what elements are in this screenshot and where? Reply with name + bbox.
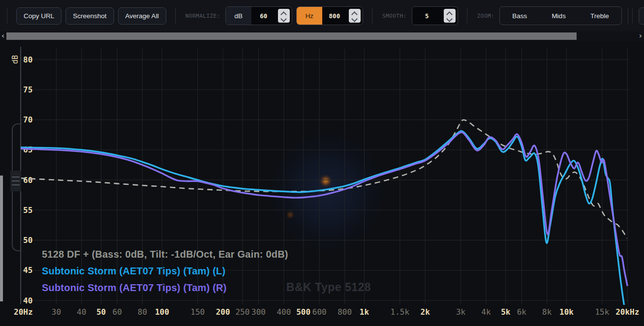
svg-text:1.5k: 1.5k — [391, 307, 410, 317]
svg-text:55: 55 — [23, 206, 32, 215]
chevron-down-icon — [446, 16, 453, 22]
toolbar-scrollbar[interactable]: ‹ › — [0, 31, 644, 41]
svg-text:6k: 6k — [517, 307, 527, 317]
smooth-label: SMOOTH: — [382, 13, 407, 19]
zoom-treble-button[interactable]: Treble — [578, 7, 621, 24]
svg-text:4k: 4k — [481, 307, 491, 317]
screenshot-button[interactable]: Screenshot — [65, 7, 114, 25]
toolbar-divider — [175, 8, 176, 24]
scroll-right-icon[interactable]: › — [639, 31, 642, 41]
normalize-db-input[interactable] — [251, 7, 276, 25]
toolbar-divider — [7, 8, 7, 24]
svg-text:10k: 10k — [559, 307, 574, 317]
smooth-group — [412, 6, 458, 25]
svg-text:70: 70 — [23, 115, 32, 124]
svg-text:50: 50 — [23, 236, 32, 245]
svg-text:150: 150 — [190, 307, 205, 317]
svg-text:20Hz: 20Hz — [14, 307, 33, 317]
svg-text:80: 80 — [138, 307, 147, 317]
svg-text:400: 400 — [276, 307, 291, 317]
graph-tool-app: Copy URL Screenshot Average All NORMALIZ… — [0, 0, 644, 326]
legend-item-left-channel[interactable]: Subtonic Storm (AET07 Tips) (Tam) (L) — [42, 266, 288, 277]
chevron-down-icon — [352, 16, 358, 22]
average-all-button[interactable]: Average All — [118, 7, 166, 25]
scrollbar-thumb[interactable] — [6, 32, 577, 40]
svg-text:1k: 1k — [360, 307, 369, 317]
left-scroll-strip[interactable] — [0, 176, 3, 301]
inspect-button[interactable]: Inspect — [639, 7, 644, 25]
svg-text:40: 40 — [23, 296, 32, 305]
legend-item-target[interactable]: 5128 DF + (Bass: 0dB, Tilt: -1dB/Oct, Ea… — [42, 249, 288, 260]
normalize-hz-group: Hz — [296, 6, 363, 25]
toolbar-divider — [632, 8, 633, 24]
toolbar: Copy URL Screenshot Average All NORMALIZ… — [0, 0, 644, 31]
smooth-spinner[interactable] — [444, 9, 456, 23]
svg-text:500: 500 — [296, 307, 310, 317]
zoom-button-group: Bass Mids Treble — [499, 6, 621, 25]
normalize-db-unit-button[interactable]: dB — [226, 7, 251, 25]
legend: 5128 DF + (Bass: 0dB, Tilt: -1dB/Oct, Ea… — [42, 249, 288, 294]
svg-text:50: 50 — [96, 307, 106, 317]
svg-text:45: 45 — [23, 266, 32, 275]
svg-text:80: 80 — [23, 55, 32, 64]
svg-text:65: 65 — [23, 145, 32, 154]
svg-text:800: 800 — [337, 307, 352, 317]
normalize-hz-spinner[interactable] — [349, 9, 361, 23]
svg-text:20kHz: 20kHz — [615, 307, 639, 317]
svg-text:2k: 2k — [421, 307, 430, 317]
normalize-hz-unit-button[interactable]: Hz — [297, 7, 322, 25]
svg-text:5k: 5k — [501, 307, 511, 317]
svg-text:75: 75 — [23, 85, 32, 94]
zoom-label: ZOOM: — [477, 13, 495, 19]
svg-text:600: 600 — [312, 307, 327, 317]
copy-url-button[interactable]: Copy URL — [16, 7, 61, 25]
toolbar-divider — [628, 8, 628, 24]
normalize-hz-input[interactable] — [322, 7, 347, 25]
svg-text:8k: 8k — [542, 307, 552, 317]
normalize-db-spinner[interactable] — [278, 9, 290, 23]
svg-text:40: 40 — [77, 307, 86, 317]
svg-text:30: 30 — [52, 307, 61, 317]
svg-text:250: 250 — [235, 307, 249, 317]
svg-text:3k: 3k — [456, 307, 466, 317]
svg-text:15k: 15k — [595, 307, 609, 317]
chevron-down-icon — [281, 16, 287, 22]
zoom-mids-button[interactable]: Mids — [539, 7, 578, 24]
smooth-input[interactable] — [412, 7, 442, 25]
svg-text:100: 100 — [155, 307, 169, 317]
svg-text:60: 60 — [113, 307, 122, 317]
toolbar-divider — [467, 8, 467, 24]
svg-text:dB: dB — [11, 55, 20, 64]
drawer-grip-icon[interactable] — [10, 171, 21, 191]
svg-text:300: 300 — [251, 307, 266, 317]
svg-text:60: 60 — [23, 176, 32, 185]
svg-text:200: 200 — [216, 307, 230, 317]
normalize-label: NORMALIZE: — [185, 13, 220, 19]
scroll-left-icon[interactable]: ‹ — [1, 31, 4, 41]
legend-item-right-channel[interactable]: Subtonic Storm (AET07 Tips) (Tam) (R) — [42, 282, 288, 294]
normalize-db-group: dB — [225, 6, 292, 25]
toolbar-divider — [372, 8, 372, 24]
zoom-bass-button[interactable]: Bass — [500, 7, 539, 24]
